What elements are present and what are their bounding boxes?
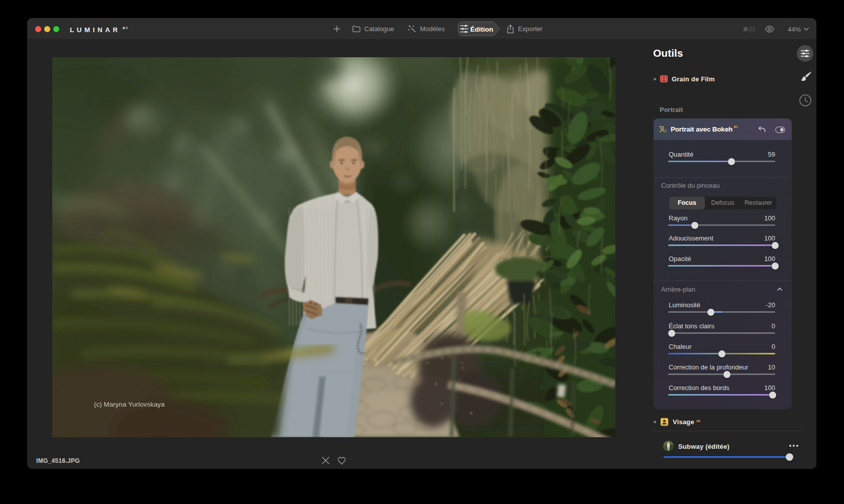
svg-text:(c) Maryna Yurlovskaya: (c) Maryna Yurlovskaya — [94, 401, 165, 408]
svg-text:Édition: Édition — [470, 26, 493, 33]
